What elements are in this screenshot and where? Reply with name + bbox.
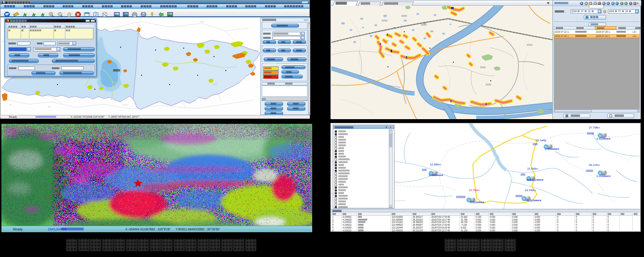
svg-text:###: ###: [48, 106, 51, 108]
svg-text:####: ####: [200, 21, 204, 23]
svg-text:2: 2: [95, 12, 97, 17]
svg-text:##: ##: [9, 104, 12, 106]
svg-text:###: ###: [214, 83, 217, 86]
svg-text:####: ####: [123, 104, 128, 106]
